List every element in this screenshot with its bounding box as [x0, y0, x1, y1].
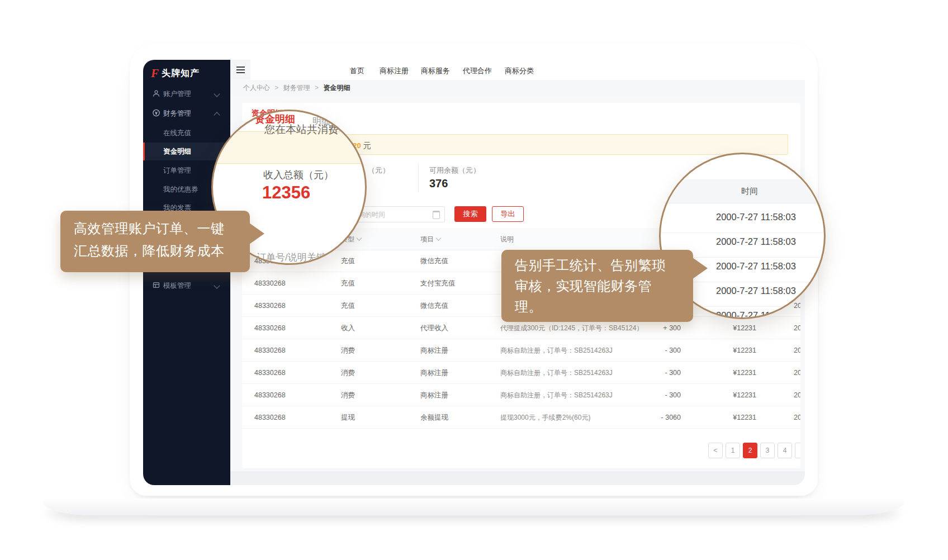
callout-left-line1: 高效管理账户订单、一键	[74, 220, 225, 238]
sidebar-item-finance[interactable]: 财务管理	[143, 106, 230, 121]
sort-chevron-icon	[357, 235, 362, 241]
sidebar-item-online-recharge[interactable]: 在线充值	[143, 126, 230, 140]
magnified-time-cell: 2000-7-27 11:58:03	[716, 212, 796, 222]
top-navbar: 首页 商标注册 商标服务 代理合作 商标分类	[230, 60, 805, 80]
breadcrumb-item[interactable]: 财务管理	[283, 84, 310, 92]
nav-item-trademark-category[interactable]: 商标分类	[505, 66, 534, 76]
chevron-up-icon	[214, 112, 220, 118]
magnified-time-cell: 2000-7-27 11:58:03	[716, 236, 796, 247]
balance-label: 可用余额（元）	[429, 165, 480, 175]
table-row: 48330268消费商标注册商标自助注册，订单号：SB2514263J- 300…	[242, 362, 800, 384]
income-value: 12356	[262, 183, 310, 203]
banner-unit: 元	[363, 141, 371, 150]
pagination-page-1[interactable]: 1	[726, 443, 740, 458]
pagination-page-3[interactable]: 3	[760, 443, 775, 458]
calendar-icon[interactable]	[433, 211, 440, 219]
search-button[interactable]: 搜索	[454, 206, 486, 222]
pagination: < 1 2 3 4 5 >	[708, 443, 800, 458]
magnified-time-cell: 2000-7-27 11:58:03	[716, 261, 796, 272]
laptop-base	[42, 499, 904, 515]
callout-right-line3: 理。	[515, 298, 542, 316]
chevron-down-icon	[214, 91, 220, 97]
app-logo: F 头牌知产	[151, 67, 200, 80]
table-row: 48330268消费商标注册商标自助注册，订单号：SB2514263J- 300…	[242, 339, 800, 362]
income-label: 收入总额（元）	[263, 168, 334, 182]
sidebar-item-template[interactable]: 模板管理	[143, 278, 230, 293]
footer-strip	[230, 471, 805, 485]
sort-chevron-icon	[436, 235, 442, 241]
sidebar-item-account[interactable]: 账户管理	[143, 87, 230, 101]
user-icon	[152, 89, 160, 98]
balance-value: 376	[429, 177, 448, 190]
nav-item-home[interactable]: 首页	[350, 66, 364, 76]
hamburger-icon[interactable]	[230, 60, 250, 80]
logo-icon: F	[151, 67, 159, 80]
callout-left-arrow-icon	[249, 223, 264, 244]
table-row: 48330268消费商标注册商标自助注册，订单号：SB2514263J- 300…	[242, 384, 800, 406]
callout-left: 高效管理账户订单、一键 汇总数据，降低财务成本	[60, 211, 250, 272]
expense-unit-label: （元）	[368, 165, 390, 175]
chevron-down-icon	[214, 282, 220, 288]
logo-text: 头牌知产	[162, 68, 200, 79]
template-icon	[152, 281, 160, 290]
breadcrumb-current: 资金明细	[323, 84, 350, 92]
breadcrumb-item[interactable]: 个人中心	[243, 84, 270, 92]
pagination-page-5[interactable]: 5	[795, 443, 800, 458]
callout-right-arrow-icon	[693, 258, 708, 279]
col-project[interactable]: 项目	[420, 234, 440, 244]
stat-divider	[418, 163, 419, 192]
col-desc: 说明	[500, 234, 514, 244]
export-button[interactable]: 导出	[492, 206, 524, 222]
pagination-prev-button[interactable]: <	[708, 443, 723, 458]
table-row: 48330268提现余额提现提现3000元，手续费2%(60元)- 3060¥1…	[242, 406, 800, 429]
magnified-time-header: 时间	[741, 186, 758, 197]
callout-left-line2: 汇总数据，降低财务成本	[74, 242, 225, 260]
callout-right-line2: 审核，实现智能财务管	[515, 277, 652, 295]
callout-right: 告别手工统计、告别繁琐 审核，实现智能财务管 理。	[501, 250, 693, 322]
pagination-page-4[interactable]: 4	[778, 443, 792, 458]
breadcrumb: 个人中心 > 财务管理 > 资金明细	[230, 80, 805, 96]
nav-item-agent-cooperation[interactable]: 代理合作	[463, 66, 492, 76]
pagination-page-2-active[interactable]: 2	[743, 443, 757, 458]
sidebar-item-label: 账户管理	[163, 89, 191, 99]
wallet-icon	[152, 108, 160, 117]
magnified-time-cell: 2000-7-27 11:58:03	[716, 286, 796, 296]
callout-right-line1: 告别手工统计、告别繁琐	[515, 257, 666, 274]
nav-item-trademark-service[interactable]: 商标服务	[421, 66, 450, 76]
sidebar-item-label: 财务管理	[163, 109, 191, 118]
sidebar: F 头牌知产 账户管理 财务管理 在线充值 资金	[143, 60, 230, 485]
nav-item-trademark-register[interactable]: 商标注册	[380, 66, 409, 76]
